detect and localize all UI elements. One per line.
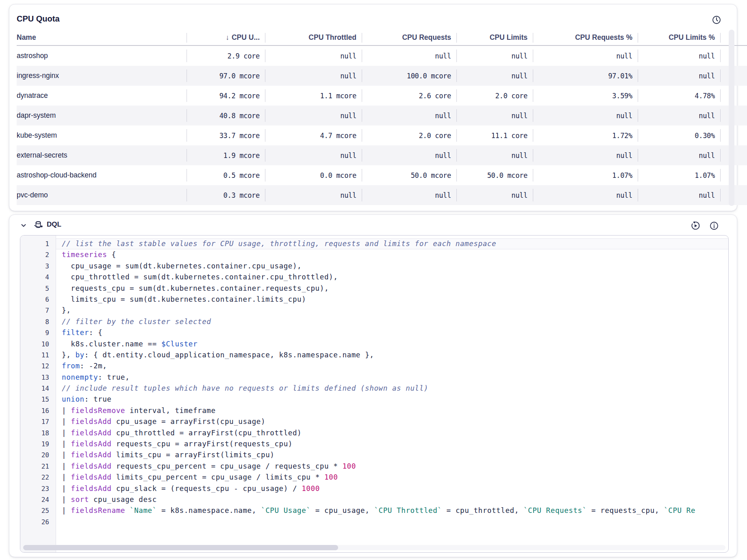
value-cell: 1.07% [533, 165, 638, 185]
code-line [56, 517, 728, 528]
code-line: // list the last stable values for CPU u… [56, 238, 728, 249]
value-cell: null [265, 106, 362, 125]
page-title: CPU Quota [17, 14, 60, 24]
value-cell: 0.0 mcore [265, 165, 362, 185]
column-header-label: CPU U... [232, 33, 260, 41]
value-cell: 0.5 mcore [187, 165, 265, 185]
value-cell: null [533, 45, 638, 66]
dql-editor[interactable]: 1234567891011121314151617181920212223242… [20, 235, 729, 553]
value-cell: 33.7 mcore [187, 125, 265, 145]
line-number: 1 [20, 238, 56, 249]
value-cell: null [265, 185, 362, 205]
line-number: 4 [20, 272, 56, 283]
line-number: 16 [20, 405, 56, 416]
value-cell: 50.0 mcore [362, 165, 457, 185]
code-line: | sort cpu_usage desc [56, 494, 728, 505]
value-cell: 50.0 mcore [457, 165, 533, 185]
line-number: 24 [20, 494, 56, 505]
table-row[interactable]: dapr-system40.8 mcorenullnullnullnullnul… [17, 106, 747, 125]
column-header[interactable]: CPU Throttled [265, 30, 362, 45]
line-number: 10 [20, 339, 56, 350]
code-line: | fieldsAdd requests_cpu_percent = cpu_u… [56, 461, 728, 472]
value-cell: 2.0 core [362, 125, 457, 145]
chevron-down-icon [20, 222, 27, 229]
clock-icon [712, 15, 721, 25]
value-cell: null [265, 66, 362, 86]
namespace-name-cell: astroshop-cloud-backend [17, 165, 187, 185]
code-area[interactable]: // list the last stable values for CPU u… [56, 236, 728, 552]
value-cell: 4.7 mcore [265, 125, 362, 145]
editor-horizontal-scrollbar[interactable] [23, 545, 725, 550]
table-row[interactable]: astroshop-cloud-backend0.5 mcore0.0 mcor… [17, 165, 747, 185]
code-line: filter: { [56, 327, 728, 338]
value-cell: 2.6 core [362, 86, 457, 106]
value-cell: null [638, 145, 721, 165]
timeframe-clock-button[interactable] [711, 14, 722, 26]
code-line: | fieldsAdd limits_cpu_percent = cpu_usa… [56, 472, 728, 483]
line-number: 8 [20, 316, 56, 327]
value-cell: null [457, 106, 533, 125]
table-row[interactable]: astroshop2.9 corenullnullnullnullnullnul… [17, 45, 747, 66]
query-info-button[interactable] [708, 220, 720, 231]
value-cell: null [457, 185, 533, 205]
value-cell: 2.0 core [457, 86, 533, 106]
table-header-row: Name↓CPU U...CPU ThrottledCPU RequestsCP… [17, 30, 747, 45]
scrollbar-thumb[interactable] [23, 545, 338, 550]
table-vertical-scrollbar[interactable] [729, 30, 734, 206]
collapse-section-button[interactable] [19, 221, 28, 230]
dql-panel-header: DQL [9, 215, 737, 235]
cpu-quota-card: CPU Quota Name↓CPU U...CPU ThrottledCPU … [9, 4, 737, 211]
line-number: 3 [20, 261, 56, 272]
code-line: | fieldsRemove interval, timeframe [56, 405, 728, 416]
code-line: | fieldsAdd requests_cpu = arrayFirst(re… [56, 439, 728, 450]
run-query-button[interactable] [690, 220, 701, 231]
table-row[interactable]: dynatrace94.2 mcore1.1 mcore2.6 core2.0 … [17, 86, 747, 106]
line-number: 22 [20, 472, 56, 483]
line-number: 5 [20, 283, 56, 294]
line-number: 11 [20, 350, 56, 361]
column-header[interactable]: ↓CPU U... [187, 30, 265, 45]
column-header-label: CPU Requests [402, 33, 451, 41]
line-number: 9 [20, 327, 56, 338]
column-header[interactable]: CPU Requests % [533, 30, 638, 45]
value-cell: null [638, 45, 721, 66]
namespace-name-cell: external-secrets [17, 145, 187, 165]
line-number: 18 [20, 428, 56, 439]
namespace-name-cell: pvc-demo [17, 185, 187, 205]
line-number: 15 [20, 394, 56, 405]
value-cell: 40.8 mcore [187, 106, 265, 125]
value-cell: null [638, 66, 721, 86]
value-cell: 2.9 core [187, 45, 265, 66]
code-line: // filter by the cluster selected [56, 316, 728, 327]
code-line: | fieldsAdd cpu_usage = arrayFirst(cpu_u… [56, 416, 728, 427]
code-line: // include result tuples which have no r… [56, 383, 728, 394]
column-header-label: CPU Throttled [308, 33, 356, 41]
value-cell: null [638, 106, 721, 125]
value-cell: null [457, 145, 533, 165]
value-cell: null [362, 45, 457, 66]
column-header[interactable]: CPU Limits % [638, 30, 721, 45]
code-line: nonempty: true, [56, 372, 728, 383]
table-row[interactable]: external-secrets1.9 mcorenullnullnullnul… [17, 145, 747, 165]
value-cell: 1.72% [533, 125, 638, 145]
namespace-name-cell: ingress-nginx [17, 66, 187, 86]
dql-section-label: DQL [47, 221, 61, 229]
value-cell: null [533, 185, 638, 205]
value-cell: 4.78% [638, 86, 721, 106]
code-line: union: true [56, 394, 728, 405]
column-header[interactable]: CPU Limits [457, 30, 533, 45]
code-line: cpu_usage = sum(dt.kubernetes.container.… [56, 261, 728, 272]
table-row[interactable]: ingress-nginx97.0 mcorenull100.0 mcorenu… [17, 66, 747, 86]
column-header[interactable]: Name [17, 30, 187, 45]
value-cell: null [265, 45, 362, 66]
column-header[interactable]: CPU Requests [362, 30, 457, 45]
dql-panel: DQL [9, 214, 737, 557]
line-number: 19 [20, 439, 56, 450]
table-row[interactable]: pvc-demo0.3 mcorenullnullnullnullnullnul… [17, 185, 747, 205]
line-number: 20 [20, 450, 56, 461]
value-cell: null [362, 145, 457, 165]
table-row[interactable]: kube-system33.7 mcore4.7 mcore2.0 core11… [17, 125, 747, 145]
value-cell: null [533, 145, 638, 165]
line-number: 13 [20, 372, 56, 383]
sort-descending-icon: ↓ [226, 33, 229, 41]
